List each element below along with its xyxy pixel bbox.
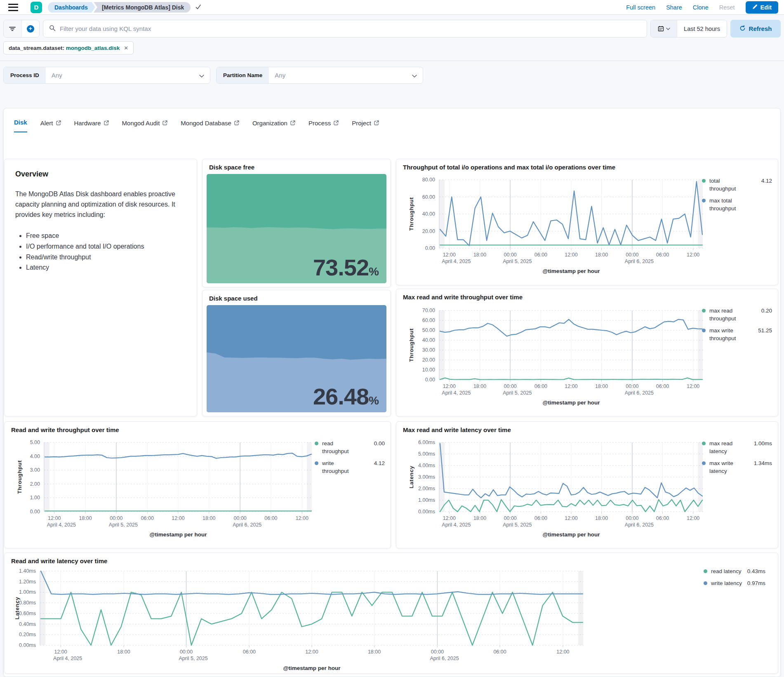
legend-item[interactable]: max write latency1.34ms (702, 460, 772, 475)
svg-text:12:00: 12:00 (565, 383, 577, 389)
chart-legend: total throughput4.12max total throughput (702, 177, 772, 213)
breadcrumb-dashboards[interactable]: Dashboards (48, 2, 95, 13)
disk-space-free-metric[interactable]: 73.52% (207, 174, 386, 283)
overview-description: The MongoDB Atlas Disk dashboard enables… (15, 189, 186, 220)
throughput-total-io-chart-panel: Throughput of total i/o operations and m… (396, 159, 778, 285)
external-link-icon (374, 120, 379, 127)
legend-dot-icon (704, 569, 707, 573)
chart-legend: read latency0.43mswrite latency0.97ms (704, 568, 765, 588)
svg-text:12:00: 12:00 (687, 515, 699, 521)
svg-text:0.60ms: 0.60ms (19, 611, 36, 616)
kql-query-input[interactable] (60, 25, 641, 32)
metric-unit: % (369, 394, 379, 407)
dashboard-app-icon[interactable]: D (31, 2, 42, 13)
svg-text:April 4, 2025: April 4, 2025 (442, 259, 471, 264)
legend-item[interactable]: max total throughput (702, 197, 772, 213)
svg-text:April 6, 2025: April 6, 2025 (625, 390, 654, 396)
svg-text:12:00: 12:00 (443, 383, 456, 389)
tab-alert[interactable]: Alert (40, 120, 61, 132)
list-item: Latency (26, 262, 186, 273)
disk-space-used-panel: Disk space used 26.48% (202, 290, 391, 416)
query-toolbar: + Last 52 hours Refresh (3, 20, 781, 38)
legend-item[interactable]: write throughput4.12 (315, 460, 385, 475)
tab-process[interactable]: Process (308, 120, 339, 132)
chart-legend: max read throughput0.20max write through… (702, 307, 772, 343)
share-button[interactable]: Share (666, 4, 682, 11)
dashboard-controls: Process ID Any Partition Name Any (3, 67, 423, 84)
x-axis-title: @timestamp per hour (439, 531, 703, 538)
clone-button[interactable]: Clone (693, 4, 709, 11)
external-link-icon (104, 120, 109, 127)
tab-mongod-audit[interactable]: Mongod Audit (122, 120, 168, 132)
saved-query-menu-icon[interactable] (4, 20, 22, 37)
refresh-button[interactable]: Refresh (730, 20, 781, 38)
svg-text:0.00ms: 0.00ms (418, 509, 435, 515)
tab-hardware[interactable]: Hardware (74, 120, 109, 132)
partition-name-value: Any (269, 72, 412, 79)
svg-text:00:00: 00:00 (110, 515, 122, 521)
overview-title: Overview (15, 170, 186, 179)
chart-legend: max read latency1.00msmax write latency1… (702, 440, 772, 475)
process-id-value: Any (46, 72, 199, 79)
saved-check-icon[interactable] (195, 4, 201, 11)
svg-text:4.00: 4.00 (30, 454, 40, 459)
legend-dot-icon (702, 199, 706, 202)
disk-space-used-metric[interactable]: 26.48% (207, 305, 386, 412)
legend-item[interactable]: max read latency1.00ms (702, 440, 772, 456)
kql-search-bar[interactable] (43, 20, 647, 38)
legend-item[interactable]: max read throughput0.20 (702, 307, 772, 323)
edit-button[interactable]: Edit (746, 1, 778, 14)
filter-pill-datastream[interactable]: data_stream.dataset: mongodb_atlas.disk … (3, 41, 134, 54)
svg-text:12:00: 12:00 (565, 252, 577, 258)
legend-item[interactable]: total throughput4.12 (702, 177, 772, 193)
legend-item[interactable]: max write throughput51.25 (702, 327, 772, 343)
y-axis-title: Latency (408, 465, 414, 488)
remove-filter-icon[interactable]: ✕ (124, 45, 128, 51)
tab-project[interactable]: Project (352, 120, 379, 132)
tab-organization[interactable]: Organization (252, 120, 295, 132)
legend-value: 0.97ms (747, 580, 765, 588)
svg-text:18:00: 18:00 (473, 252, 486, 258)
process-id-dropdown[interactable]: Process ID Any (3, 67, 210, 84)
svg-text:06:00: 06:00 (534, 252, 547, 258)
svg-text:20.00: 20.00 (422, 228, 435, 234)
y-axis-title: Throughput (408, 328, 414, 362)
time-range-value[interactable]: Last 52 hours (677, 26, 727, 32)
svg-text:10.00: 10.00 (422, 367, 435, 373)
svg-text:1.00ms: 1.00ms (19, 589, 36, 595)
filter-buttons-group: + (3, 20, 40, 38)
reset-button[interactable]: Reset (719, 4, 735, 11)
svg-text:18:00: 18:00 (202, 515, 215, 521)
partition-name-dropdown[interactable]: Partition Name Any (216, 67, 423, 84)
chevron-down-icon (199, 72, 210, 79)
svg-text:00:00: 00:00 (626, 252, 638, 258)
svg-text:06:00: 06:00 (243, 649, 256, 655)
legend-value: 0.43ms (747, 568, 765, 576)
y-axis-title: Latency (14, 597, 20, 619)
legend-item[interactable]: write latency0.97ms (704, 580, 765, 588)
refresh-icon (739, 25, 746, 33)
svg-text:06:00: 06:00 (141, 515, 154, 521)
tab-disk[interactable]: Disk (14, 119, 27, 132)
svg-text:6.00ms: 6.00ms (418, 440, 435, 445)
full-screen-button[interactable]: Full screen (626, 4, 655, 11)
svg-text:0.00ms: 0.00ms (19, 642, 36, 648)
svg-text:06:00: 06:00 (656, 252, 669, 258)
filter-bar: data_stream.dataset: mongodb_atlas.disk … (3, 41, 134, 54)
svg-text:0.00: 0.00 (30, 509, 40, 515)
svg-text:1.40ms: 1.40ms (19, 568, 36, 574)
svg-text:12:00: 12:00 (687, 383, 699, 389)
svg-text:0.00: 0.00 (425, 377, 435, 383)
legend-item[interactable]: read latency0.43ms (704, 568, 765, 576)
svg-text:18:00: 18:00 (79, 515, 92, 521)
tab-mongod-database[interactable]: Mongod Database (181, 120, 239, 132)
calendar-icon-button[interactable] (651, 20, 677, 37)
legend-dot-icon (315, 461, 318, 465)
legend-label: write throughput (322, 460, 358, 475)
svg-text:06:00: 06:00 (656, 515, 669, 521)
add-filter-button[interactable]: + (22, 20, 40, 37)
menu-icon[interactable] (8, 4, 18, 11)
legend-item[interactable]: read throughput0.00 (315, 440, 385, 456)
dashboard-tabs: Disk Alert Hardware Mongod Audit Mongod … (14, 119, 379, 132)
breadcrumb-current-page[interactable]: [Metrics MongoDB Atlas] Disk (94, 2, 191, 13)
